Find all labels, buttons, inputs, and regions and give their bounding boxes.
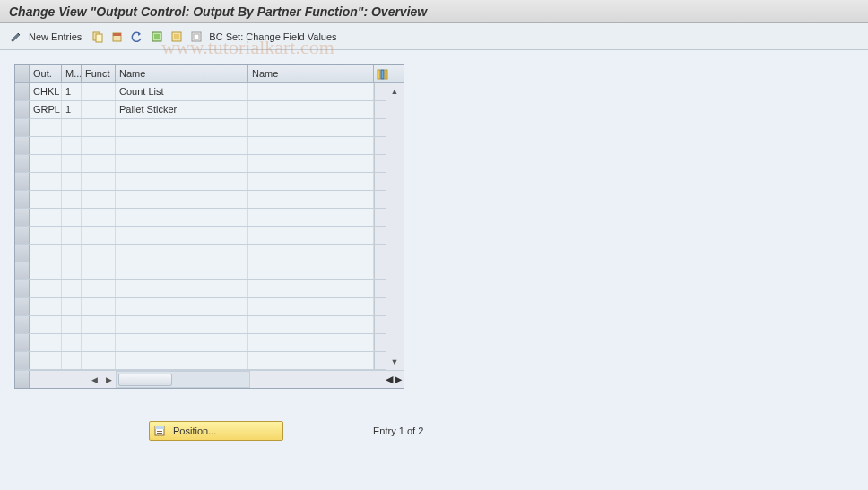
cell-funct[interactable] xyxy=(82,316,116,333)
cell-name2[interactable] xyxy=(248,173,374,190)
cell-m[interactable] xyxy=(62,316,82,333)
cell-name1[interactable] xyxy=(116,191,248,208)
deselect-all-icon[interactable] xyxy=(189,30,204,44)
col-header-funct[interactable]: Funct xyxy=(82,65,116,82)
cell-out[interactable] xyxy=(30,155,62,172)
cell-funct[interactable] xyxy=(82,334,116,351)
toggle-display-change-icon[interactable] xyxy=(9,30,23,44)
table-row[interactable] xyxy=(15,119,404,137)
cell-name1[interactable] xyxy=(116,280,248,297)
cell-funct[interactable] xyxy=(82,155,116,172)
row-select-handle[interactable] xyxy=(15,298,30,315)
row-select-handle[interactable] xyxy=(15,227,30,244)
table-row[interactable] xyxy=(15,173,404,191)
col-header-out[interactable]: Out. xyxy=(30,65,62,82)
cell-m[interactable] xyxy=(62,155,82,172)
vertical-scrollbar[interactable]: ▲ ▼ xyxy=(386,83,404,370)
cell-out[interactable] xyxy=(30,334,62,351)
cell-out[interactable] xyxy=(30,298,62,315)
cell-m[interactable] xyxy=(62,209,82,226)
cell-name1[interactable] xyxy=(116,227,248,244)
table-row[interactable] xyxy=(15,298,404,316)
hscroll-left-icon[interactable]: ▶ xyxy=(101,373,116,387)
select-all-icon[interactable] xyxy=(150,30,164,44)
cell-m[interactable]: 1 xyxy=(62,83,82,100)
cell-funct[interactable] xyxy=(82,137,116,154)
cell-name2[interactable] xyxy=(248,155,374,172)
cell-name1[interactable] xyxy=(116,173,248,190)
cell-name2[interactable] xyxy=(248,245,374,262)
copy-as-icon[interactable] xyxy=(91,30,105,44)
select-block-icon[interactable] xyxy=(169,30,184,44)
new-entries-button[interactable]: New Entries xyxy=(29,31,82,42)
cell-name1[interactable]: Pallet Sticker xyxy=(116,101,248,118)
row-select-handle[interactable] xyxy=(15,334,30,351)
cell-m[interactable] xyxy=(62,119,82,136)
hscroll-thumb[interactable] xyxy=(118,374,172,386)
cell-out[interactable] xyxy=(30,245,62,262)
cell-out[interactable] xyxy=(30,227,62,244)
cell-name2[interactable] xyxy=(248,298,374,315)
cell-name2[interactable] xyxy=(248,119,374,136)
cell-funct[interactable] xyxy=(82,191,116,208)
cell-funct[interactable] xyxy=(82,209,116,226)
scroll-track[interactable] xyxy=(386,99,404,354)
row-select-handle[interactable] xyxy=(15,245,30,262)
row-select-handle[interactable] xyxy=(15,101,30,118)
cell-name1[interactable] xyxy=(116,245,248,262)
table-row[interactable]: GRPL1Pallet Sticker xyxy=(15,101,404,119)
cell-out[interactable] xyxy=(30,191,62,208)
cell-name1[interactable]: Count List xyxy=(116,83,248,100)
cell-out[interactable] xyxy=(30,262,62,279)
cell-out[interactable] xyxy=(30,173,62,190)
select-all-handle[interactable] xyxy=(15,65,30,82)
table-row[interactable]: CHKL1Count List xyxy=(15,83,404,101)
cell-out[interactable] xyxy=(30,119,62,136)
cell-name1[interactable] xyxy=(116,155,248,172)
table-row[interactable] xyxy=(15,316,404,334)
cell-m[interactable] xyxy=(62,227,82,244)
col-header-name2[interactable]: Name xyxy=(248,65,374,82)
cell-out[interactable] xyxy=(30,316,62,333)
row-select-handle[interactable] xyxy=(15,137,30,154)
table-row[interactable] xyxy=(15,209,404,227)
cell-name1[interactable] xyxy=(116,334,248,351)
cell-name2[interactable] xyxy=(248,334,374,351)
bc-set-button[interactable]: BC Set: Change Field Values xyxy=(209,31,336,42)
cell-name1[interactable] xyxy=(116,119,248,136)
row-select-handle[interactable] xyxy=(15,191,30,208)
table-row[interactable] xyxy=(15,137,404,155)
hscroll-track[interactable] xyxy=(116,371,250,388)
delete-icon[interactable] xyxy=(110,30,125,44)
table-row[interactable] xyxy=(15,352,404,370)
cell-funct[interactable] xyxy=(82,83,116,100)
cell-name2[interactable] xyxy=(248,352,374,369)
row-select-handle[interactable] xyxy=(15,262,30,279)
cell-funct[interactable] xyxy=(82,298,116,315)
table-row[interactable] xyxy=(15,245,404,262)
cell-m[interactable] xyxy=(62,137,82,154)
scroll-down-icon[interactable]: ▼ xyxy=(386,354,403,370)
cell-funct[interactable] xyxy=(82,119,116,136)
table-row[interactable] xyxy=(15,191,404,209)
cell-funct[interactable] xyxy=(82,352,116,369)
cell-out[interactable] xyxy=(30,352,62,369)
row-select-handle[interactable] xyxy=(15,316,30,333)
cell-name1[interactable] xyxy=(116,209,248,226)
cell-out[interactable] xyxy=(30,209,62,226)
cell-out[interactable]: GRPL xyxy=(30,101,62,118)
row-select-handle[interactable] xyxy=(15,209,30,226)
col-header-name1[interactable]: Name xyxy=(116,65,248,82)
cell-name1[interactable] xyxy=(116,262,248,279)
row-select-handle[interactable] xyxy=(15,155,30,172)
row-select-handle[interactable] xyxy=(15,83,30,100)
cell-name2[interactable] xyxy=(248,83,374,100)
cell-funct[interactable] xyxy=(82,262,116,279)
hscroll-last-icon[interactable]: ▶ xyxy=(395,374,402,385)
table-row[interactable] xyxy=(15,280,404,298)
undo-change-icon[interactable] xyxy=(130,30,144,44)
cell-name1[interactable] xyxy=(116,298,248,315)
cell-out[interactable] xyxy=(30,280,62,297)
cell-name2[interactable] xyxy=(248,280,374,297)
cell-m[interactable]: 1 xyxy=(62,101,82,118)
